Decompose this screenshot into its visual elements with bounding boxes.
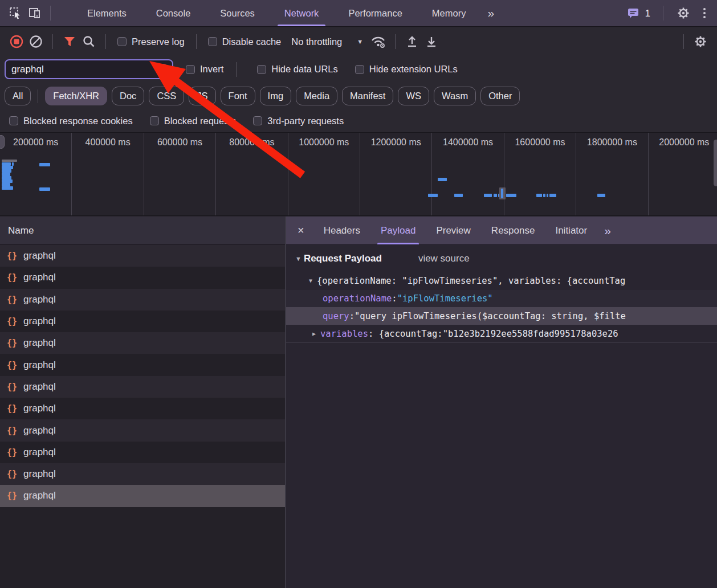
timeline-tick-label: 1800000 ms — [576, 137, 647, 148]
request-row[interactable]: {}graphql — [0, 485, 285, 507]
timeline-tick-label: 1600000 ms — [504, 137, 576, 148]
hide-extension-urls-checkbox[interactable]: Hide extension URLs — [355, 64, 458, 75]
request-row[interactable]: {}graphql — [0, 354, 285, 375]
throttling-select[interactable]: No throttling ▼ — [291, 36, 363, 47]
import-har-button[interactable] — [402, 32, 422, 51]
checkbox-box — [257, 65, 266, 74]
payload-variables-row[interactable]: ▶ variables: {accountTag: "b12e3b2192ee5… — [286, 325, 717, 343]
hide-data-urls-checkbox[interactable]: Hide data URLs — [257, 64, 337, 75]
request-row[interactable]: {}graphql — [0, 289, 285, 311]
timeline-column: 1000000 ms — [288, 133, 360, 215]
resource-filter-ws[interactable]: WS — [398, 87, 429, 105]
payload-root-row[interactable]: ▼ {operationName: "ipFlowTimeseries", va… — [286, 271, 717, 290]
device-toolbar-button[interactable] — [25, 3, 44, 23]
request-row[interactable]: {}graphql — [0, 311, 285, 332]
clear-filter-button[interactable]: × — [157, 64, 169, 75]
disable-cache-checkbox[interactable]: Disable cache — [208, 36, 282, 47]
record-network-log-button[interactable] — [7, 32, 26, 51]
resource-filter-other[interactable]: Other — [480, 87, 520, 105]
resource-filter-js[interactable]: JS — [189, 87, 215, 105]
details-tab-payload[interactable]: Payload — [370, 217, 426, 244]
tab-sources[interactable]: Sources — [205, 0, 270, 26]
tab-performance[interactable]: Performance — [333, 0, 417, 26]
throttling-value: No throttling — [291, 36, 342, 47]
filter-input[interactable] — [6, 64, 172, 75]
tabbar-divider — [50, 6, 51, 21]
resource-filter-manifest[interactable]: Manifest — [342, 87, 393, 105]
resource-filter-font[interactable]: Font — [221, 87, 255, 105]
request-row[interactable]: {}graphql — [0, 398, 285, 419]
invert-label: Invert — [200, 64, 223, 75]
more-details-tabs-button[interactable]: » — [597, 224, 618, 238]
payload-operation-row[interactable]: operationName: "ipFlowTimeseries" — [286, 290, 717, 307]
blocked-response-cookies-label: Blocked response cookies — [23, 116, 133, 126]
resource-filter-all[interactable]: All — [5, 87, 31, 105]
network-settings-button[interactable] — [691, 32, 710, 51]
tab-memory[interactable]: Memory — [417, 0, 481, 26]
tab-network[interactable]: Network — [270, 0, 334, 26]
payload-string-value: "ipFlowTimeseries" — [397, 293, 493, 304]
resource-filter-img[interactable]: Img — [260, 87, 292, 105]
network-conditions-button[interactable] — [369, 32, 388, 51]
filter-button[interactable] — [60, 32, 79, 51]
view-source-link[interactable]: view source — [418, 253, 470, 264]
tab-console[interactable]: Console — [141, 0, 206, 26]
timeline-tick-label: 1200000 ms — [360, 137, 431, 148]
timeline-request-bar — [39, 187, 50, 191]
fetch-xhr-icon: {} — [7, 469, 17, 479]
close-details-button[interactable]: × — [286, 224, 313, 237]
request-payload-section-header[interactable]: ▼ Request Payload view source — [286, 253, 717, 264]
details-tab-initiator[interactable]: Initiator — [545, 217, 597, 244]
payload-query-row[interactable]: query: "query ipFlowTimeseries($accountT… — [286, 307, 717, 325]
more-panels-button[interactable]: » — [480, 6, 501, 20]
3rd-party-requests-label: 3rd-party requests — [267, 116, 344, 126]
timeline-request-bar — [543, 194, 545, 197]
preserve-log-checkbox[interactable]: Preserve log — [117, 36, 185, 47]
request-row[interactable]: {}graphql — [0, 245, 285, 267]
devtools-tabbar: ElementsConsoleSourcesNetworkPerformance… — [0, 0, 717, 27]
resource-filter-css[interactable]: CSS — [149, 87, 184, 105]
name-column-header[interactable]: Name — [0, 217, 285, 245]
request-row[interactable]: {}graphql — [0, 442, 285, 463]
tab-elements[interactable]: Elements — [72, 0, 141, 26]
checkbox-box — [9, 116, 18, 125]
3rd-party-requests-checkbox[interactable]: 3rd-party requests — [253, 116, 344, 126]
details-tab-response[interactable]: Response — [481, 217, 545, 244]
request-row[interactable]: {}graphql — [0, 419, 285, 441]
details-tab-headers[interactable]: Headers — [313, 217, 370, 244]
blocked-response-cookies-checkbox[interactable]: Blocked response cookies — [9, 116, 133, 126]
checkbox-box — [186, 65, 195, 74]
settings-button[interactable] — [674, 3, 693, 23]
export-har-button[interactable] — [422, 32, 441, 51]
resource-filter-media[interactable]: Media — [296, 87, 337, 105]
requests-panel: Name {}graphql{}graphql{}graphql{}graphq… — [0, 217, 286, 588]
request-name: graphql — [23, 403, 56, 414]
resource-filter-wasm[interactable]: Wasm — [434, 87, 476, 105]
resource-filter-fetch-xhr[interactable]: Fetch/XHR — [45, 87, 107, 105]
request-name: graphql — [23, 425, 56, 436]
invert-checkbox[interactable]: Invert — [186, 64, 223, 75]
messages-icon[interactable] — [626, 6, 641, 21]
customize-devtools-button[interactable] — [698, 8, 711, 18]
disclosure-expanded-icon[interactable]: ▼ — [295, 255, 302, 262]
search-button[interactable] — [79, 32, 99, 51]
inspect-element-button[interactable] — [6, 3, 25, 23]
fetch-xhr-icon: {} — [7, 382, 17, 392]
timeline-column: 1400000 ms — [432, 133, 504, 215]
details-tab-preview[interactable]: Preview — [426, 217, 480, 244]
network-conditions-icon — [370, 34, 387, 49]
request-row[interactable]: {}graphql — [0, 267, 285, 288]
tabbar-right-divider — [663, 6, 663, 21]
resource-filter-doc[interactable]: Doc — [112, 87, 144, 105]
disclosure-expanded-icon[interactable]: ▼ — [307, 277, 315, 284]
checkbox-box — [253, 116, 262, 125]
blocked-requests-checkbox[interactable]: Blocked requests — [150, 116, 237, 126]
timeline-request-bar — [438, 178, 447, 181]
clear-network-log-button[interactable] — [26, 32, 46, 51]
clear-icon — [28, 34, 43, 49]
network-overview-timeline[interactable]: 200000 ms400000 ms600000 ms800000 ms1000… — [0, 133, 717, 216]
disclosure-collapsed-icon[interactable]: ▶ — [310, 330, 318, 337]
request-row[interactable]: {}graphql — [0, 463, 285, 485]
request-row[interactable]: {}graphql — [0, 376, 285, 398]
request-row[interactable]: {}graphql — [0, 332, 285, 354]
